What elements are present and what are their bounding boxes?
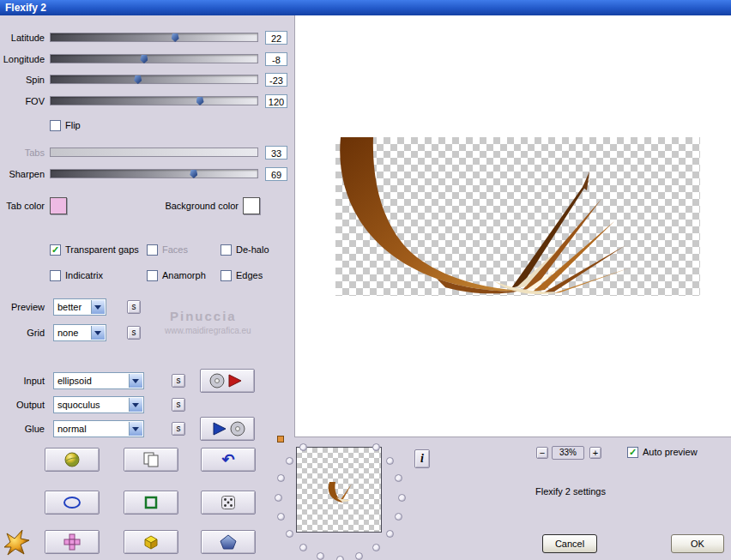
latitude-slider[interactable]: [50, 33, 258, 42]
preview-dropdown-label: Preview: [0, 302, 45, 312]
chevron-down-icon[interactable]: [91, 326, 105, 340]
spin-slider[interactable]: [50, 75, 258, 84]
glue-dropdown-label: Glue: [0, 424, 45, 434]
fov-slider-thumb[interactable]: [196, 97, 204, 105]
sharpen-value[interactable]: 69: [265, 167, 287, 181]
thumbnail-image: [297, 448, 381, 532]
flexify-dialog: Flexify 2: [0, 0, 731, 560]
glue-dial-dot[interactable]: [317, 552, 324, 560]
sharpen-label: Sharpen: [0, 169, 45, 179]
sharpen-slider[interactable]: [50, 169, 258, 178]
status-text: Flexify 2 settings: [510, 486, 631, 497]
flip-label: Flip: [65, 120, 81, 131]
tabs-value[interactable]: 33: [265, 146, 287, 160]
glue-dial-dot[interactable]: [277, 474, 285, 482]
tab-color-label: Tab color: [0, 201, 45, 211]
flaming-pear-logo[interactable]: [2, 528, 31, 559]
grid-seed-button[interactable]: s: [127, 326, 141, 340]
glue-dial-dot[interactable]: [395, 474, 402, 482]
glue-seed-button[interactable]: s: [172, 422, 185, 436]
anamorph-checkbox[interactable]: [147, 270, 158, 281]
latitude-value[interactable]: 22: [265, 31, 287, 45]
auto-preview-checkbox[interactable]: ✓: [627, 447, 638, 458]
ok-button[interactable]: OK: [671, 534, 724, 553]
faces-label: Faces: [162, 244, 188, 256]
tabs-slider: [50, 148, 258, 157]
spin-value[interactable]: -23: [265, 73, 287, 87]
ellipse-button[interactable]: [45, 491, 100, 515]
random-button[interactable]: [201, 491, 256, 515]
anamorph-label: Anamorph: [162, 270, 206, 281]
unfold-button[interactable]: [45, 530, 100, 554]
planet-button[interactable]: [45, 448, 100, 472]
glue-dial-dot[interactable]: [286, 457, 293, 465]
glue-dial-dot[interactable]: [386, 530, 394, 538]
fov-value[interactable]: 120: [265, 94, 287, 108]
copy-button[interactable]: [124, 448, 178, 472]
input-seed-button[interactable]: s: [172, 374, 185, 388]
longitude-slider[interactable]: [50, 54, 258, 63]
chevron-down-icon[interactable]: [129, 398, 142, 412]
box-button[interactable]: [124, 530, 178, 554]
indicatrix-label: Indicatrix: [65, 270, 103, 281]
edges-checkbox[interactable]: [221, 270, 232, 281]
background-color-label: Background color: [146, 201, 239, 211]
longitude-slider-thumb[interactable]: [140, 55, 148, 63]
zoom-in-button[interactable]: +: [589, 447, 601, 459]
preview-seed-button[interactable]: s: [127, 300, 141, 314]
cancel-button[interactable]: Cancel: [542, 534, 597, 553]
import-settings-button[interactable]: [200, 417, 255, 441]
fov-slider[interactable]: [50, 96, 258, 105]
tab-color-swatch[interactable]: [50, 197, 67, 214]
spin-label: Spin: [0, 75, 45, 85]
info-button[interactable]: i: [414, 449, 430, 468]
longitude-value[interactable]: -8: [265, 52, 287, 66]
unfold-cross-icon: [63, 533, 82, 551]
tabs-label: Tabs: [0, 148, 45, 158]
latitude-slider-thumb[interactable]: [172, 33, 179, 42]
de-halo-label: De-halo: [236, 244, 269, 256]
de-halo-checkbox[interactable]: [221, 244, 232, 256]
gem-button[interactable]: [201, 530, 256, 554]
grid-dropdown[interactable]: none: [53, 324, 106, 341]
chevron-down-icon[interactable]: [129, 422, 142, 436]
preview-dropdown[interactable]: better: [53, 298, 106, 316]
info-icon: i: [420, 452, 424, 466]
chevron-down-icon[interactable]: [129, 374, 142, 388]
glue-dial-dot[interactable]: [277, 513, 285, 521]
output-dropdown[interactable]: squoculus: [53, 396, 144, 413]
background-color-swatch[interactable]: [243, 197, 260, 214]
glue-dial-handle[interactable]: [277, 436, 284, 443]
spin-slider-thumb[interactable]: [134, 75, 142, 84]
cd-import-icon: [207, 420, 248, 437]
glue-dial-dot[interactable]: [372, 443, 380, 451]
thumbnail-preview[interactable]: [296, 447, 382, 533]
glue-dropdown[interactable]: normal: [53, 420, 144, 437]
glue-dial-dot[interactable]: [336, 556, 344, 560]
watermark-url: www.maidiregrafica.eu: [165, 326, 251, 335]
transparent-gaps-checkbox[interactable]: ✓: [50, 244, 61, 256]
sharpen-slider-thumb[interactable]: [190, 170, 197, 178]
square-icon: [142, 494, 160, 511]
chevron-down-icon[interactable]: [91, 300, 105, 314]
glue-dial-dot[interactable]: [286, 530, 293, 538]
undo-button[interactable]: ↶: [201, 448, 256, 472]
glue-dial-dot[interactable]: [355, 552, 363, 560]
box-icon: [142, 533, 160, 551]
indicatrix-checkbox[interactable]: [50, 270, 61, 281]
glue-dial-dot[interactable]: [398, 494, 406, 502]
zoom-out-button[interactable]: −: [536, 447, 548, 459]
glue-dial-dot[interactable]: [386, 457, 394, 465]
output-seed-button[interactable]: s: [172, 398, 185, 412]
input-dropdown[interactable]: ellipsoid: [53, 372, 144, 389]
flip-checkbox[interactable]: [50, 120, 61, 131]
square-button[interactable]: [124, 491, 178, 515]
titlebar[interactable]: Flexify 2: [0, 0, 731, 15]
faces-checkbox[interactable]: [147, 244, 158, 256]
glue-dial-dot[interactable]: [299, 544, 307, 551]
glue-dial-dot[interactable]: [395, 513, 402, 521]
export-settings-button[interactable]: [200, 369, 255, 393]
glue-dial-dot[interactable]: [275, 494, 282, 502]
grid-dropdown-label: Grid: [0, 328, 45, 338]
glue-dial-dot[interactable]: [372, 544, 380, 551]
